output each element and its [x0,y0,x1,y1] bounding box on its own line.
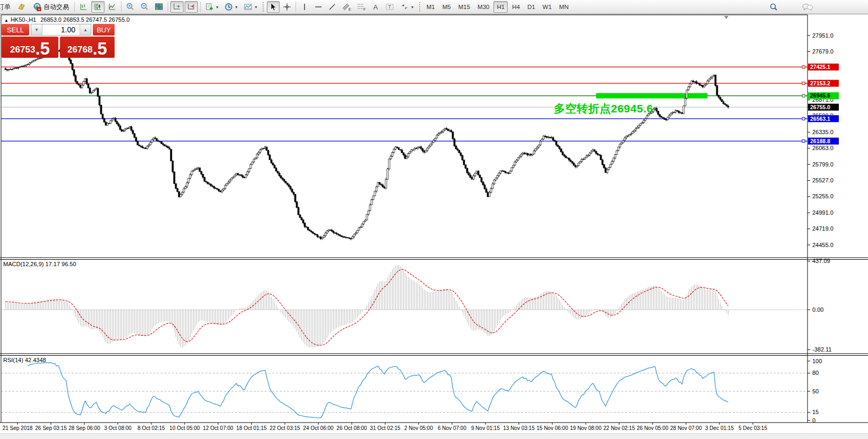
separator [121,2,121,12]
arrows-icon [400,3,410,11]
line-handle[interactable] [802,82,805,85]
line-chart-button[interactable] [106,1,119,13]
zoom-in-button[interactable] [124,1,137,13]
horizontal-line-button[interactable] [312,1,325,13]
chart-shift-button[interactable] [185,1,198,13]
auto-scroll-button[interactable] [170,1,184,13]
mt4-window: 27951.027679.027407.027135.026871.026599… [0,0,868,439]
price-tick-label: 24719.0 [812,225,834,232]
time-tick-label: 18 Oct 01:15 [236,425,267,431]
line-handle[interactable] [802,94,805,97]
crosshair-icon [283,3,291,11]
chart-canvas: 27951.027679.027407.027135.026871.026599… [0,0,868,439]
template-icon [244,3,253,11]
new-chart-icon [205,3,214,11]
toolbar-grip[interactable] [419,2,421,12]
price-tick-label: 25255.0 [812,193,834,199]
pivot-annotation-text[interactable]: 多空转折点26945.6 [554,101,653,116]
timeframe-button-m30[interactable]: M30 [474,1,492,13]
sell-price-main: 26753 [10,45,35,54]
time-tick-label: 2 Nov 05:00 [404,425,433,431]
line-handle[interactable] [802,140,805,143]
buy-price-box[interactable]: 26768.5 [60,37,115,58]
timeframe-button-h4[interactable]: H4 [509,1,523,13]
cursor-button[interactable] [267,1,280,13]
time-tick-label: 12 Oct 07:00 [203,425,233,431]
volume-increase-button[interactable]: ▲ [80,24,91,35]
separator [74,2,75,12]
news-button[interactable] [15,1,28,13]
rsi-line [28,363,728,418]
search-icon [769,3,778,12]
volume-value[interactable]: 1.00 [42,24,80,35]
fibonacci-button[interactable]: F [354,1,368,13]
chart-shift-marker[interactable] [724,16,728,19]
text-button[interactable]: A [369,1,382,13]
search-button[interactable] [767,1,780,13]
sell-button[interactable]: SELL [2,24,29,36]
svg-text:F: F [363,7,366,11]
timeframe-button-m1[interactable]: M1 [423,1,438,13]
text-label-button[interactable]: T [383,1,397,13]
sell-price-fraction: .5 [35,41,50,56]
candlestick-chart-button[interactable] [91,1,105,13]
trendline-button[interactable] [326,1,338,13]
tile-windows-icon [154,3,163,11]
price-tick-label: 24991.0 [812,209,834,216]
macd-histogram [6,265,728,348]
text-label-icon: T [385,3,395,11]
line-handle[interactable] [802,66,805,68]
timeframe-button-h1[interactable]: H1 [493,1,508,13]
timeframe-button-m5[interactable]: M5 [439,1,454,13]
timeframe-button-w1[interactable]: W1 [540,1,555,13]
equidistant-channel-button[interactable]: E [340,1,353,13]
timeframe-button-mn[interactable]: MN [556,1,572,13]
crosshair-button[interactable] [281,1,293,13]
time-tick-label: 28 Nov 07:00 [670,425,702,431]
buy-button[interactable]: BUY [93,24,115,36]
one-click-trading-panel: SELL ▼ 1.00 ▲ BUY 26753.5 26768.5 [2,24,115,58]
line-handle[interactable] [802,117,805,120]
zoom-out-icon [140,3,149,11]
separator [200,2,201,12]
pivot-highlight-bar[interactable] [596,93,708,99]
macd-indicator-label: MACD(12,26,9) 17.17 96.50 [3,261,76,267]
separator [168,2,168,12]
arrows-button[interactable]: ▼ [398,1,416,13]
window-bottom-strip [0,433,868,439]
volume-decrease-button[interactable]: ▼ [31,24,42,35]
price-tick-label: 25527.0 [812,177,834,183]
autotrading-button[interactable]: 自动交易 [29,1,72,13]
sell-price-box[interactable]: 26753.5 [2,37,58,58]
chat-button[interactable] [800,1,815,13]
price-tick-label: 25799.0 [812,161,834,168]
macd-tick-label: 437.09 [812,258,830,264]
chart-header: ▲HK50-,H126853.0 26853.5 26747.5 26755.0 [4,16,129,23]
autotrading-icon [32,3,42,11]
vertical-line-button[interactable] [298,1,311,13]
time-tick-label: 3 Oct 08:00 [104,425,132,431]
text-tool-icon: A [373,3,378,11]
toolbar-grip[interactable] [263,2,265,12]
volume-stepper: ▼ 1.00 ▲ [31,24,91,36]
bar-chart-button[interactable] [77,1,90,13]
time-tick-label: 19 Nov 08:00 [570,425,602,431]
cursor-icon [269,3,277,11]
time-tick-label: 22 Oct 03:15 [270,425,300,431]
timeframe-button-d1[interactable]: D1 [524,1,539,13]
collapse-panel-arrow[interactable]: ▲ [4,18,8,23]
time-tick-label: 21 Sep 2018 [3,425,33,431]
line-price-label: 26563.1 [810,116,830,122]
svg-text:E: E [349,7,351,11]
new-chart-button[interactable]: ▼ [203,1,221,13]
timeframe-button-m15[interactable]: M15 [455,1,473,13]
rsi-tick-label: 0 [812,417,815,424]
new-order-button[interactable]: 订单 [0,1,14,13]
time-tick-label: 5 Dec 03:15 [739,425,767,431]
tile-windows-button[interactable] [152,1,166,13]
periods-button[interactable]: ▼ [222,1,240,13]
ohlc-values: 26853.0 26853.5 26747.5 26755.0 [40,16,129,23]
chart-shift-icon [187,3,196,11]
templates-button[interactable]: ▼ [241,1,260,13]
zoom-out-button[interactable] [138,1,151,13]
